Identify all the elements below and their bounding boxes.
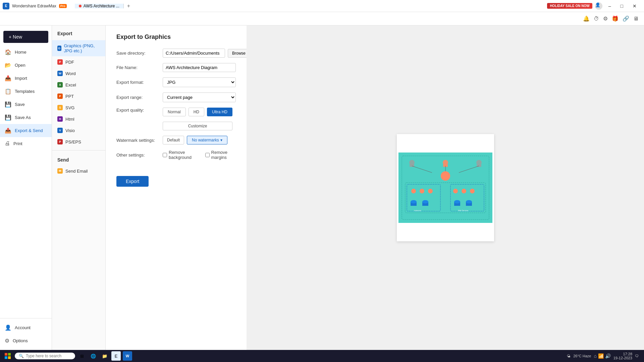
minimize-button[interactable]: –	[605, 3, 614, 9]
svg-icon: S	[57, 105, 63, 110]
timer-icon[interactable]: ⏱	[594, 16, 599, 22]
word-label: Word	[65, 71, 76, 76]
save-directory-input[interactable]	[163, 49, 225, 58]
svg-rect-37	[5, 356, 7, 359]
svg-rect-38	[8, 356, 11, 359]
export-nav-visio[interactable]: V Visio	[52, 125, 105, 136]
export-nav-word[interactable]: W Word	[52, 68, 105, 79]
ppt-label: PPT	[65, 94, 74, 99]
content-area: Export G Graphics (PNG, JPG etc.) P PDF …	[52, 25, 644, 350]
avatar[interactable]: 👤	[595, 2, 602, 10]
export-nav-pseps[interactable]: P PS/EPS	[52, 136, 105, 147]
pdf-icon: P	[57, 59, 63, 65]
preview-panel: Instances Web Services	[247, 25, 644, 350]
export-nav-svg[interactable]: S SVG	[52, 102, 105, 113]
sidebar-label-home: Home	[15, 50, 26, 55]
word-taskbar-icon[interactable]: W	[123, 351, 132, 361]
svg-rect-36	[8, 353, 11, 356]
export-nav-excel[interactable]: X Excel	[52, 79, 105, 90]
svg-point-23	[411, 200, 417, 203]
taskview-icon[interactable]: ⊞	[77, 351, 87, 361]
tab-bar: AWS Architecture ... +	[75, 3, 133, 9]
sidebar-item-import[interactable]: 📥 Import	[0, 72, 52, 85]
app-logo: E	[3, 3, 9, 9]
options-icon: ⚙	[5, 338, 9, 344]
preview-canvas: Instances Web Services	[397, 134, 494, 241]
file-name-input[interactable]	[163, 63, 236, 72]
export-format-select[interactable]: JPG PNG BMP SVG TIFF	[163, 77, 236, 87]
remove-margins-text: Remove margins	[211, 150, 236, 160]
maximize-button[interactable]: □	[617, 3, 627, 9]
export-range-select[interactable]: Current page All pages Selection	[163, 93, 236, 102]
quality-normal-button[interactable]: Normal	[163, 108, 186, 116]
edraw-taskbar-icon[interactable]: E	[111, 351, 121, 361]
quality-hd-button[interactable]: HD	[189, 108, 204, 116]
diagram-preview-svg: Instances Web Services	[398, 153, 492, 223]
remove-margins-label[interactable]: Remove margins	[205, 150, 236, 160]
export-nav: Export G Graphics (PNG, JPG etc.) P PDF …	[52, 25, 106, 350]
file-explorer-icon[interactable]: 📁	[100, 351, 109, 361]
export-nav-html[interactable]: H Html	[52, 113, 105, 125]
sidebar-item-export[interactable]: 📤 Export & Send	[0, 124, 52, 137]
gift-icon[interactable]: 🎁	[612, 15, 619, 22]
active-tab[interactable]: AWS Architecture ...	[75, 4, 124, 8]
html-icon: H	[57, 116, 63, 122]
taskbar: 🔍 ⊞ 🌐 📁 E W 🌤 26°C Haze ⌂ 📶 🔊 17:28 19-1…	[0, 350, 644, 362]
export-nav-title: Export	[52, 31, 105, 40]
customize-button[interactable]: Customize	[163, 122, 232, 130]
sidebar-item-open[interactable]: 📂 Open	[0, 59, 52, 72]
svg-point-32	[466, 200, 472, 203]
export-nav-graphics[interactable]: G Graphics (PNG, JPG etc.)	[52, 40, 105, 56]
watermark-row: Watermark settings: Default No watermark…	[116, 136, 236, 144]
new-tab-button[interactable]: +	[124, 3, 133, 9]
sidebar-label-print: Print	[13, 141, 22, 146]
watermark-none-label: No watermarks	[192, 138, 219, 142]
close-button[interactable]: ✕	[629, 3, 640, 9]
watermark-dropdown-icon: ▾	[220, 138, 222, 142]
export-nav-pdf[interactable]: P PDF	[52, 56, 105, 68]
settings-icon[interactable]: ⚙	[603, 15, 608, 22]
save-as-icon: 💾	[5, 114, 11, 121]
export-nav-ppt[interactable]: P PPT	[52, 90, 105, 102]
sidebar-item-save[interactable]: 💾 Save	[0, 98, 52, 111]
export-nav-email[interactable]: ✉ Send Email	[52, 165, 105, 177]
remove-background-text: Remove background	[169, 150, 199, 160]
new-button[interactable]: + New	[3, 31, 48, 43]
watermark-none-button[interactable]: No watermarks ▾	[187, 136, 227, 144]
sidebar-item-home[interactable]: 🏠 Home	[0, 46, 52, 59]
taskbar-right: 🌤 26°C Haze ⌂ 📶 🔊 17:28 19-12-2023 🗨	[567, 352, 641, 360]
watermark-default-button[interactable]: Default	[163, 136, 184, 144]
sidebar-item-save-as[interactable]: 💾 Save As	[0, 111, 52, 124]
share-icon[interactable]: 🔗	[623, 15, 629, 22]
holiday-sale-button[interactable]: HOLIDAY SALE ON NOW	[547, 3, 592, 9]
visio-icon: V	[57, 128, 63, 133]
start-button[interactable]	[3, 351, 13, 361]
tab-modified-dot	[79, 5, 82, 7]
remove-background-checkbox[interactable]	[163, 153, 167, 157]
sidebar-item-print[interactable]: 🖨 Print	[0, 137, 52, 150]
remove-margins-checkbox[interactable]	[205, 153, 210, 157]
graphics-icon: G	[57, 46, 61, 51]
excel-icon: X	[57, 82, 63, 87]
export-range-row: Export range: Current page All pages Sel…	[116, 93, 236, 102]
svg-label: SVG	[65, 105, 74, 110]
sidebar-item-templates[interactable]: 📋 Templates	[0, 85, 52, 98]
export-format-row: Export format: JPG PNG BMP SVG TIFF	[116, 77, 236, 87]
display-icon[interactable]: 🖥	[633, 16, 639, 22]
excel-label: Excel	[65, 82, 76, 87]
export-icon: 📤	[5, 127, 11, 134]
notification-area: 🗨	[635, 354, 639, 358]
email-label: Send Email	[65, 169, 88, 174]
export-button[interactable]: Export	[116, 176, 149, 187]
word-icon: W	[57, 71, 63, 76]
edge-icon[interactable]: 🌐	[89, 351, 98, 361]
notification-icon[interactable]: 🔔	[583, 15, 590, 22]
sidebar-item-options[interactable]: ⚙ Options	[0, 334, 52, 347]
sidebar-label-account: Account	[15, 325, 31, 330]
remove-background-label[interactable]: Remove background	[163, 150, 199, 160]
toolbar: 🔔 ⏱ ⚙ 🎁 🔗 🖥	[0, 12, 644, 25]
quality-ultrahd-button[interactable]: Ultra HD	[207, 108, 232, 116]
search-input[interactable]	[26, 354, 69, 358]
sidebar-item-account[interactable]: 👤 Account	[0, 321, 52, 334]
sidebar-label-options: Options	[13, 338, 28, 343]
